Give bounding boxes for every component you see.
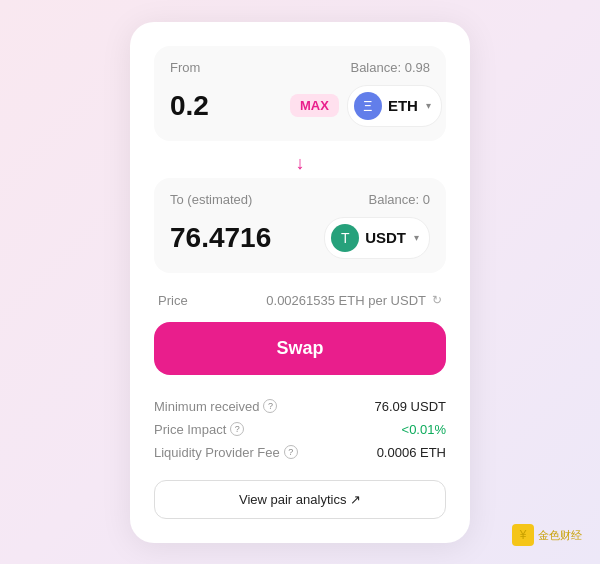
to-token-name: USDT (365, 229, 406, 246)
from-row: MAX Ξ ETH ▾ (170, 85, 430, 127)
swap-arrow-container: ↓ (154, 149, 446, 178)
to-section: To (estimated) Balance: 0 T USDT ▾ (154, 178, 446, 273)
refresh-icon[interactable]: ↻ (432, 293, 442, 307)
watermark: ¥ 金色财经 (512, 524, 582, 546)
info-value-minimum: 76.09 USDT (374, 399, 446, 414)
to-label: To (estimated) (170, 192, 252, 207)
to-row: T USDT ▾ (170, 217, 430, 259)
price-value: 0.00261535 ETH per USDT ↻ (266, 293, 442, 308)
to-balance: Balance: 0 (369, 192, 430, 207)
watermark-label: 金色财经 (538, 528, 582, 543)
swap-card: From Balance: 0.98 MAX Ξ ETH ▾ ↓ To (est… (130, 22, 470, 543)
info-value-price-impact: <0.01% (402, 422, 446, 437)
to-token-selector[interactable]: T USDT ▾ (324, 217, 430, 259)
to-token-chevron: ▾ (414, 232, 419, 243)
from-amount-input[interactable] (170, 90, 290, 122)
help-icon-lp-fee[interactable]: ? (284, 445, 298, 459)
watermark-icon: ¥ (512, 524, 534, 546)
swap-button[interactable]: Swap (154, 322, 446, 375)
from-balance: Balance: 0.98 (350, 60, 430, 75)
info-rows: Minimum received ? 76.09 USDT Price Impa… (154, 391, 446, 468)
price-row: Price 0.00261535 ETH per USDT ↻ (154, 281, 446, 322)
to-header: To (estimated) Balance: 0 (170, 192, 430, 207)
view-analytics-button[interactable]: View pair analytics ↗ (154, 480, 446, 519)
swap-direction-arrow[interactable]: ↓ (296, 153, 305, 174)
to-amount-input[interactable] (170, 222, 290, 254)
info-row-lp-fee: Liquidity Provider Fee ? 0.0006 ETH (154, 441, 446, 464)
from-token-name: ETH (388, 97, 418, 114)
info-key-lp-fee: Liquidity Provider Fee ? (154, 445, 298, 460)
help-icon-minimum[interactable]: ? (263, 399, 277, 413)
from-header: From Balance: 0.98 (170, 60, 430, 75)
usdt-icon: T (331, 224, 359, 252)
info-value-lp-fee: 0.0006 ETH (377, 445, 446, 460)
help-icon-price-impact[interactable]: ? (230, 422, 244, 436)
max-button[interactable]: MAX (290, 94, 339, 117)
eth-icon: Ξ (354, 92, 382, 120)
info-key-minimum: Minimum received ? (154, 399, 277, 414)
from-section: From Balance: 0.98 MAX Ξ ETH ▾ (154, 46, 446, 141)
info-row-price-impact: Price Impact ? <0.01% (154, 418, 446, 441)
price-label: Price (158, 293, 188, 308)
info-key-price-impact: Price Impact ? (154, 422, 244, 437)
from-label: From (170, 60, 200, 75)
info-row-minimum: Minimum received ? 76.09 USDT (154, 395, 446, 418)
from-token-selector[interactable]: Ξ ETH ▾ (347, 85, 442, 127)
from-token-chevron: ▾ (426, 100, 431, 111)
from-token-controls: MAX Ξ ETH ▾ (290, 85, 442, 127)
